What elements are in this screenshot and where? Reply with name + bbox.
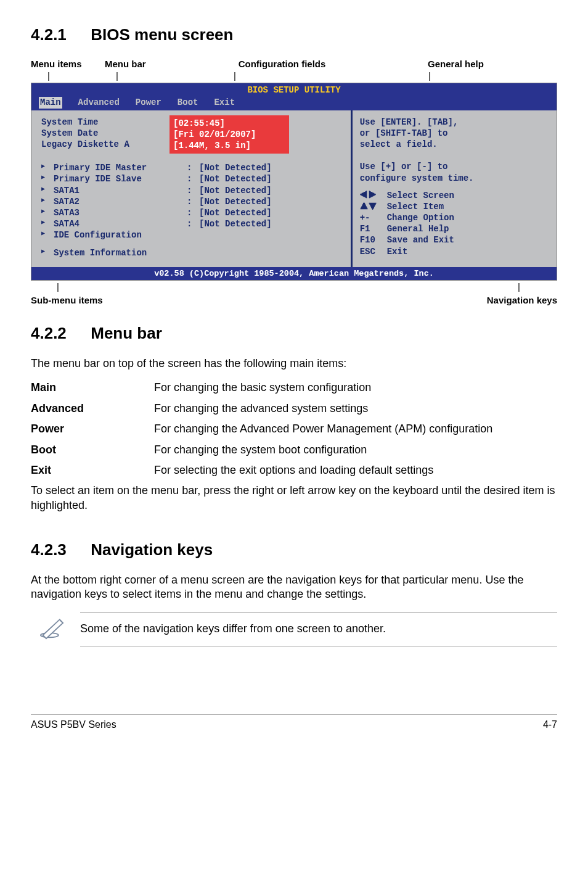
def-def: For changing the system boot configurati… [154, 443, 557, 457]
bios-item: System Time [41, 117, 171, 128]
def-def: For selecting the exit options and loadi… [154, 463, 557, 477]
bios-item: SATA3 [54, 207, 183, 218]
bios-item: System Information [54, 247, 183, 258]
nav-key: +- [360, 212, 382, 223]
nav-key: ESC [360, 246, 382, 257]
nav-text: Change Option [387, 212, 454, 223]
help-line: or [SHIFT-TAB] to [360, 128, 549, 139]
bios-item: SATA2 [54, 196, 183, 207]
bios-title: BIOS SETUP UTILITY [31, 85, 557, 96]
menubar-outro: To select an item on the menu bar, press… [31, 484, 557, 513]
label-navigation-keys: Navigation keys [487, 294, 557, 307]
bios-help-top: Use [ENTER]. [TAB], or [SHIFT-TAB] to se… [360, 117, 549, 184]
def-def: For changing the advanced system setting… [154, 402, 557, 416]
note-box: Some of the navigation keys differ from … [31, 613, 557, 646]
label-config-fields: Configuration fields [210, 58, 354, 70]
bios-item: SATA4 [54, 218, 183, 229]
heading-num: 4.2.2 [31, 323, 86, 344]
nav-text: Select Screen [387, 190, 454, 201]
bios-val: [02:55:45] [173, 118, 225, 128]
help-line: select a field. [360, 139, 549, 150]
nav-text: Save and Exit [387, 234, 454, 245]
bios-val: [Not Detected] [199, 162, 272, 173]
nav-key: F1 [360, 223, 382, 234]
nav-text: Exit [387, 246, 408, 257]
note-text: Some of the navigation keys differ from … [80, 622, 386, 636]
bios-tab-boot: Boot [178, 97, 198, 108]
bios-item: Primary IDE Slave [54, 173, 183, 184]
def-term: Exit [31, 463, 154, 477]
page-footer: ASUS P5BV Series 4-7 [31, 714, 557, 732]
nav-key: ⯇⯈ [360, 190, 382, 201]
def-def: For changing the Advanced Power Manageme… [154, 422, 557, 436]
heading-title: BIOS menu screen [91, 25, 233, 44]
diagram-bottom-labels: Sub-menu items Navigation keys [31, 294, 557, 307]
def-def: For changing the basic system configurat… [154, 381, 557, 395]
help-line: configure system time. [360, 173, 549, 184]
label-menu-items: Menu items [31, 58, 105, 70]
help-line: Use [+] or [-] to [360, 161, 549, 172]
heading-title: Navigation keys [91, 540, 213, 559]
bios-field-highlight: [02:55:45] [Fri 02/01/2007] [1.44M, 3.5 … [171, 117, 288, 153]
heading-4-2-1: 4.2.1 BIOS menu screen [31, 25, 557, 46]
heading-4-2-2: 4.2.2 Menu bar [31, 323, 557, 344]
bios-tab-exit: Exit [214, 97, 235, 108]
bios-item: Legacy Diskette A [41, 139, 171, 150]
bios-menubar: Main Advanced Power Boot Exit [31, 97, 557, 110]
def-term: Boot [31, 443, 154, 457]
bios-val: [Not Detected] [199, 196, 272, 207]
label-menu-bar: Menu bar [105, 58, 210, 70]
bios-val: [Fri 02/01/2007] [173, 130, 256, 139]
bios-val: [Not Detected] [199, 218, 272, 229]
bios-val: [1.44M, 3.5 in] [173, 141, 251, 151]
tick-row: |||| [31, 71, 557, 80]
menubar-intro: The menu bar on top of the screen has th… [31, 357, 557, 371]
bios-item: System Date [41, 128, 171, 139]
bios-item: Primary IDE Master [54, 162, 183, 173]
def-term: Main [31, 381, 154, 395]
diagram-top-labels: Menu items Menu bar Configuration fields… [31, 58, 557, 70]
bios-val: [Not Detected] [199, 207, 272, 218]
label-general-help: General help [354, 58, 557, 70]
navkeys-text: At the bottom right corner of a menu scr… [31, 573, 557, 602]
bios-footer: v02.58 (C)Copyright 1985-2004, American … [31, 267, 557, 281]
pencil-icon [38, 616, 65, 643]
bios-help-pane: Use [ENTER]. [TAB], or [SHIFT-TAB] to se… [351, 110, 557, 267]
nav-text: Select Item [387, 201, 444, 212]
bios-item: IDE Configuration [54, 229, 183, 241]
menubar-definitions: MainFor changing the basic system config… [31, 381, 557, 477]
tick-bottom: || [31, 281, 557, 293]
nav-text: General Help [387, 223, 449, 234]
def-term: Advanced [31, 402, 154, 416]
note-divider-bottom [80, 646, 557, 646]
bios-left-pane: System Time System Date Legacy Diskette … [31, 110, 351, 267]
heading-title: Menu bar [91, 324, 162, 342]
footer-left: ASUS P5BV Series [31, 719, 116, 732]
bios-tab-power: Power [136, 97, 161, 108]
bios-item: SATA1 [54, 185, 183, 196]
heading-4-2-3: 4.2.3 Navigation keys [31, 540, 557, 561]
heading-num: 4.2.3 [31, 540, 86, 561]
bios-help-nav: ⯇⯈Select Screen ⯅⯆Select Item +-Change O… [360, 190, 549, 257]
bios-val: [Not Detected] [199, 173, 272, 184]
nav-key: ⯅⯆ [360, 201, 382, 212]
footer-right: 4-7 [543, 719, 557, 732]
bios-tab-main: Main [39, 97, 62, 108]
help-line: Use [ENTER]. [TAB], [360, 117, 549, 128]
bios-body: System Time System Date Legacy Diskette … [31, 110, 557, 267]
def-term: Power [31, 422, 154, 436]
bios-screenshot: BIOS SETUP UTILITY Main Advanced Power B… [31, 83, 557, 281]
label-sub-menu-items: Sub-menu items [31, 294, 103, 307]
nav-key: F10 [360, 234, 382, 245]
bios-val: [Not Detected] [199, 185, 272, 196]
bios-tab-advanced: Advanced [78, 97, 120, 108]
heading-num: 4.2.1 [31, 25, 86, 46]
bios-titlebar: BIOS SETUP UTILITY [31, 83, 557, 97]
